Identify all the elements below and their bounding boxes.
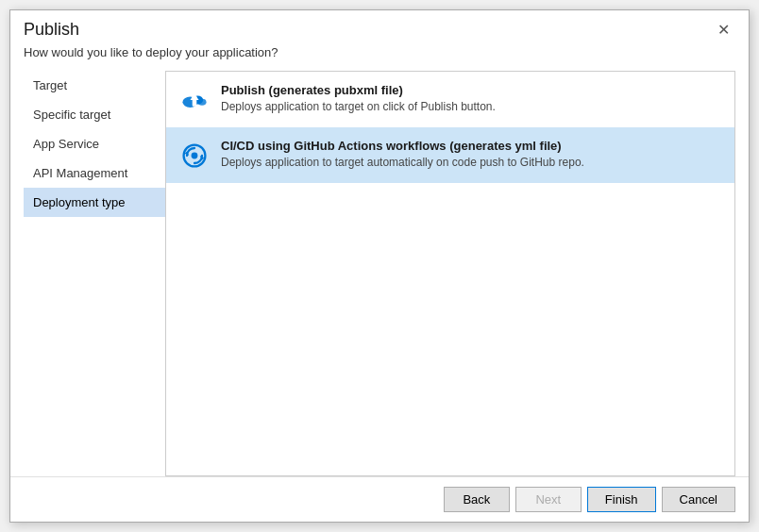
option-text-publish-pubxml: Publish (generates pubxml file)Deploys a… — [221, 83, 721, 113]
option-title-publish-pubxml: Publish (generates pubxml file) — [221, 83, 721, 97]
footer: Back Next Finish Cancel — [10, 476, 749, 522]
svg-point-8 — [192, 153, 198, 159]
sidebar-item-app-service[interactable]: App Service — [24, 129, 165, 158]
dialog-subtitle: How would you like to deploy your applic… — [10, 43, 749, 71]
cicd-icon — [179, 141, 210, 171]
title-bar: Publish ✕ — [10, 10, 749, 43]
option-desc-publish-pubxml: Deploys application to target on click o… — [221, 100, 721, 113]
content-area: TargetSpecific targetApp ServiceAPI Mana… — [10, 71, 749, 476]
main-panel: Publish (generates pubxml file)Deploys a… — [165, 71, 735, 476]
back-button[interactable]: Back — [444, 487, 510, 512]
sidebar: TargetSpecific targetApp ServiceAPI Mana… — [24, 71, 165, 476]
publish-icon — [179, 85, 210, 115]
option-item-publish-pubxml[interactable]: Publish (generates pubxml file)Deploys a… — [166, 72, 734, 127]
publish-dialog: Publish ✕ How would you like to deploy y… — [9, 9, 750, 523]
dialog-title: Publish — [24, 20, 79, 40]
next-button[interactable]: Next — [515, 487, 582, 512]
sidebar-item-deployment-type[interactable]: Deployment type — [24, 188, 165, 217]
cancel-button[interactable]: Cancel — [662, 487, 735, 512]
sidebar-item-target[interactable]: Target — [24, 71, 165, 100]
finish-button[interactable]: Finish — [587, 487, 656, 512]
close-button[interactable]: ✕ — [712, 21, 735, 40]
sidebar-item-api-management[interactable]: API Management — [24, 158, 165, 188]
option-text-cicd-github: CI/CD using GitHub Actions workflows (ge… — [221, 139, 721, 169]
option-title-cicd-github: CI/CD using GitHub Actions workflows (ge… — [221, 139, 721, 153]
option-item-cicd-github[interactable]: CI/CD using GitHub Actions workflows (ge… — [166, 127, 734, 183]
svg-point-2 — [197, 99, 206, 106]
option-desc-cicd-github: Deploys application to target automatica… — [221, 156, 721, 169]
sidebar-item-specific-target[interactable]: Specific target — [24, 100, 165, 129]
